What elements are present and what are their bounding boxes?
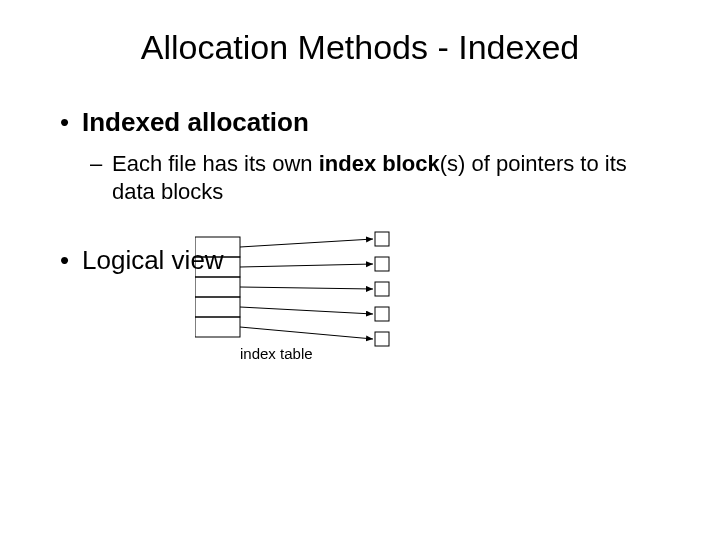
sub-bullet-index-block: Each file has its own index block(s) of … bbox=[60, 150, 650, 205]
svg-line-14 bbox=[240, 327, 373, 339]
svg-rect-8 bbox=[375, 307, 389, 321]
svg-rect-4 bbox=[195, 317, 240, 337]
svg-rect-3 bbox=[195, 297, 240, 317]
sub-prefix: Each file has its own bbox=[112, 151, 319, 176]
slide-title: Allocation Methods - Indexed bbox=[60, 28, 660, 67]
svg-rect-9 bbox=[375, 332, 389, 346]
sub-bold: index block bbox=[319, 151, 440, 176]
svg-rect-2 bbox=[195, 277, 240, 297]
diagram-caption: index table bbox=[240, 345, 313, 362]
svg-line-12 bbox=[240, 287, 373, 289]
svg-rect-7 bbox=[375, 282, 389, 296]
svg-rect-5 bbox=[375, 232, 389, 246]
bullet-indexed-allocation: Indexed allocation bbox=[60, 107, 660, 138]
svg-line-13 bbox=[240, 307, 373, 314]
svg-line-11 bbox=[240, 264, 373, 267]
svg-line-10 bbox=[240, 239, 373, 247]
svg-rect-6 bbox=[375, 257, 389, 271]
svg-rect-0 bbox=[195, 237, 240, 257]
svg-rect-1 bbox=[195, 257, 240, 277]
slide: Allocation Methods - Indexed Indexed all… bbox=[0, 0, 720, 540]
